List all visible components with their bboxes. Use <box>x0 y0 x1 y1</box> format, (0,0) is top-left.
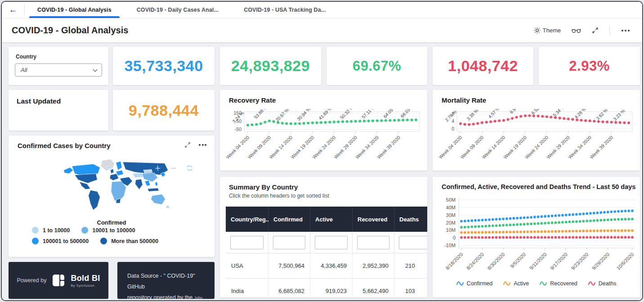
svg-text:9/23/2020: 9/23/2020 <box>570 252 590 271</box>
kpi-total-deaths-value: 1,048,742 <box>448 57 518 75</box>
svg-text:3.38 %: 3.38 % <box>466 109 479 122</box>
svg-text:Week 39 2020: Week 39 2020 <box>376 135 401 160</box>
svg-text:0: 0 <box>452 126 454 131</box>
map-zoom-in-button[interactable]: + <box>155 163 161 173</box>
filter-cell <box>268 232 310 253</box>
theme-button[interactable]: Theme <box>534 27 561 34</box>
svg-text:9/29/2020: 9/29/2020 <box>591 252 610 271</box>
preview-button[interactable] <box>572 27 581 33</box>
dashboard-window: ← COVID-19 - Global Analysis COVID-19 - … <box>1 1 643 301</box>
filter-input-4[interactable] <box>399 236 427 249</box>
map-region-indonesia[interactable] <box>148 188 159 192</box>
filter-input-0[interactable] <box>230 236 263 249</box>
legend-item-confirmed[interactable]: Confirmed <box>456 280 493 287</box>
map-region-uk[interactable] <box>110 169 114 174</box>
kpi-total-confirmed: 35,733,340 <box>113 47 215 85</box>
powered-by-label: Powered by <box>17 277 46 284</box>
legend-swatch <box>32 238 39 244</box>
column-header-country-reg-[interactable]: Country/Reg... <box>226 207 268 232</box>
filter-input-2[interactable] <box>315 236 348 249</box>
kpi-total-confirmed-value: 35,733,340 <box>124 57 203 75</box>
map-region-alaska[interactable] <box>64 167 73 174</box>
map-more-button[interactable] <box>198 142 207 148</box>
tab-usa-tracking[interactable]: COVID-19 - USA Tracking Da... <box>231 2 338 18</box>
map-zoom-out-button[interactable]: − <box>170 163 176 173</box>
kpi-recovery-rate: 69.67% <box>326 47 427 85</box>
map-legend-item-3[interactable]: More than 500000 <box>100 238 158 244</box>
wave-icon <box>503 281 510 286</box>
cell-value: 919,023 <box>310 279 353 297</box>
map-region-philippines[interactable] <box>155 182 158 186</box>
more-options-button[interactable] <box>621 28 631 33</box>
filter-input-3[interactable] <box>357 236 389 249</box>
mortality-rate-title: Mortality Rate <box>442 96 640 104</box>
map-region-australia[interactable] <box>151 194 165 205</box>
svg-text:0: 0 <box>453 235 456 240</box>
legend-item-active[interactable]: Active <box>503 280 529 287</box>
legend-item-deaths[interactable]: Deaths <box>588 280 617 287</box>
column-header-confirmed[interactable]: Confirmed <box>268 207 310 232</box>
svg-text:30.94 %: 30.94 % <box>296 109 311 122</box>
chevron-down-icon <box>92 68 98 73</box>
svg-text:68.03 %: 68.03 % <box>400 109 415 119</box>
country-select[interactable]: All <box>15 63 102 77</box>
trend-chart[interactable]: 50M40M30M20M10M0-10M8/18/20208/24/20208/… <box>435 194 639 280</box>
map-region-scandinavia[interactable] <box>116 161 122 170</box>
svg-text:53.88 %: 53.88 % <box>253 109 268 120</box>
back-button[interactable]: ← <box>2 2 24 18</box>
map-region-india[interactable] <box>135 179 143 189</box>
table-row[interactable]: USA7,500,9644,336,4592,952,390210 <box>226 253 427 279</box>
map-region-new-zealand[interactable] <box>166 205 170 209</box>
glasses-icon <box>572 27 581 33</box>
column-header-deaths[interactable]: Deaths <box>394 207 427 232</box>
map-legend-item-0[interactable]: 1 to 10000 <box>32 227 70 234</box>
map-region-usa[interactable] <box>75 174 97 183</box>
x-axis-labels: 8/18/20208/24/20208/30/20209/5/20209/11/… <box>444 248 635 271</box>
mortality-rate-chart[interactable]: 8402.79 %3.38 %4.57 %6.97 %6.52 %5.34 %4… <box>438 109 635 169</box>
kpi-total-active: 9,788,444 <box>113 90 215 131</box>
table-row[interactable]: India6,685,082919,0235,662,490103 <box>226 279 427 297</box>
recovery-rate-chart[interactable]: 15050-503.24 %53.88 %20.67 %30.94 %41.69… <box>225 109 422 169</box>
page-title: COVID-19 - Global Analysis <box>12 25 128 36</box>
trend-title: Confirmed, Active, Recovered and Deaths … <box>442 183 640 190</box>
tab-global-analysis[interactable]: COVID-19 - Global Analysis <box>25 2 124 18</box>
map-region-southeast-asia[interactable] <box>145 180 150 186</box>
series-dots <box>246 118 417 126</box>
legend-swatch <box>81 227 88 234</box>
data-source-card: Data Source - " COVID-19" GitHub reposit… <box>117 262 215 299</box>
map-maximize-button[interactable] <box>184 142 191 148</box>
legend-label: 1 to 10000 <box>43 227 70 234</box>
svg-text:64.05 %: 64.05 % <box>382 109 398 119</box>
tab-label: COVID-19 - USA Tracking Da... <box>244 7 326 13</box>
svg-text:9/5/2020: 9/5/2020 <box>509 252 527 269</box>
column-header-active[interactable]: Active <box>310 207 353 232</box>
cell-value: 2,952,390 <box>353 253 394 279</box>
svg-text:57.11 %: 57.11 % <box>361 109 376 120</box>
svg-text:30M: 30M <box>446 212 456 218</box>
map-region-mongolia[interactable] <box>143 170 152 173</box>
map-reset-button[interactable] <box>186 163 193 173</box>
fullscreen-button[interactable] <box>592 27 599 34</box>
theme-label: Theme <box>543 27 561 34</box>
svg-text:8/30/2020: 8/30/2020 <box>486 252 505 271</box>
reset-icon <box>186 165 193 171</box>
legend-label: Recovered <box>550 280 577 287</box>
map-legend-item-1[interactable]: 10001 to 100000 <box>81 227 135 234</box>
x-axis-labels: Week 04 2020Week 09 2020Week 14 2020Week… <box>438 131 614 160</box>
summary-subtitle: Click the column headers to get sorted l… <box>229 193 427 199</box>
column-header-recovered[interactable]: Recovered <box>353 207 394 232</box>
map-region-china[interactable] <box>142 173 158 182</box>
maximize-icon <box>184 142 191 148</box>
map-region-south-america[interactable] <box>89 190 100 210</box>
data-source-line1: Data Source - " COVID-19" GitHub <box>127 271 211 293</box>
country-filter-label: Country <box>16 54 108 60</box>
cell-value: 5,662,490 <box>353 279 394 297</box>
map-legend-item-2[interactable]: 100001 to 500000 <box>32 238 89 244</box>
svg-text:2.79 %: 2.79 % <box>444 109 458 122</box>
table-filter-row <box>226 232 427 253</box>
legend-item-recovered[interactable]: Recovered <box>540 280 577 287</box>
filter-input-1[interactable] <box>273 236 305 249</box>
tab-daily-cases[interactable]: COVID-19 - Daily Cases Anal... <box>124 2 231 18</box>
series-active <box>460 229 634 234</box>
cell-value: 103 <box>394 279 427 297</box>
